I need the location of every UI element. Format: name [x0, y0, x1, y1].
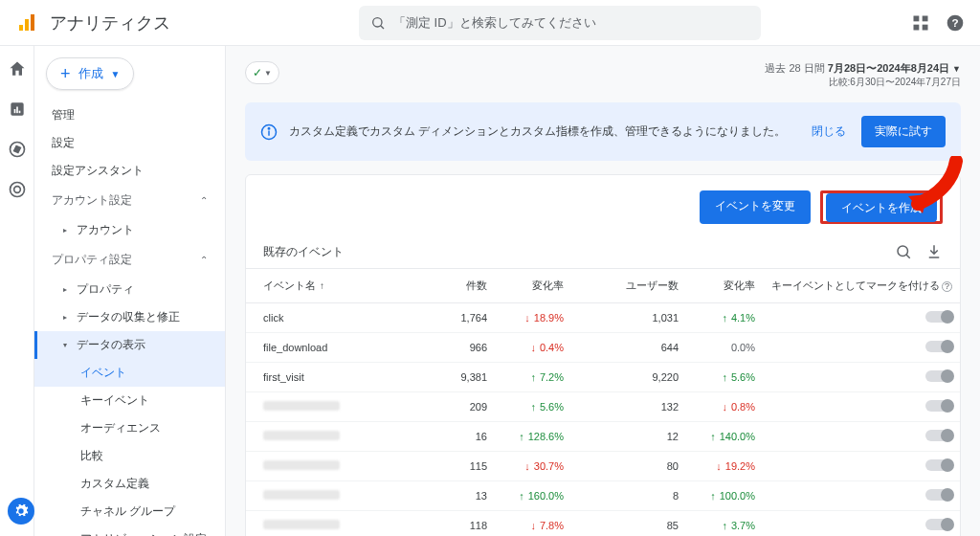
download-icon[interactable]: [925, 243, 943, 260]
create-button[interactable]: +作成▼: [46, 57, 134, 90]
svg-rect-13: [16, 107, 18, 114]
svg-line-22: [906, 255, 910, 258]
table-row[interactable]: 115↓30.7%80↓19.2%: [246, 452, 960, 481]
chevron-up-icon: ⌃: [200, 195, 208, 206]
sidebar-item-admin[interactable]: 管理: [34, 101, 225, 129]
gear-icon: [13, 503, 29, 519]
col-change2[interactable]: 変化率: [686, 269, 763, 303]
svg-point-3: [373, 17, 382, 26]
sidebar-item-property[interactable]: ▸プロパティ: [34, 276, 225, 303]
key-event-toggle[interactable]: [925, 430, 952, 441]
svg-rect-14: [18, 111, 20, 114]
key-event-toggle[interactable]: [925, 519, 952, 530]
banner-try-button[interactable]: 実際に試す: [861, 116, 946, 147]
col-event-name[interactable]: イベント名: [246, 269, 418, 303]
svg-rect-12: [13, 109, 15, 113]
key-event-toggle[interactable]: [925, 341, 952, 352]
sidebar-item-events[interactable]: イベント: [34, 359, 225, 387]
events-panel: イベントを変更 イベントを作成 既存のイベント イベント名 件数 変化率 ユーザ…: [245, 174, 961, 536]
svg-rect-5: [914, 15, 920, 21]
sidebar-item-channel-groups[interactable]: チャネル グループ: [34, 498, 225, 525]
sidebar-section-account[interactable]: アカウント設定⌃: [34, 185, 225, 216]
icon-rail: [0, 46, 34, 536]
svg-rect-1: [25, 19, 29, 31]
sidebar-item-comparisons[interactable]: 比較: [34, 442, 225, 470]
svg-point-17: [13, 187, 20, 193]
analytics-logo-icon: [15, 11, 38, 34]
create-event-button[interactable]: イベントを作成: [826, 193, 937, 222]
col-mark[interactable]: キーイベントとしてマークを付ける?: [763, 269, 960, 303]
table-row[interactable]: click1,764↓18.9%1,031↑4.1%: [246, 303, 960, 333]
sidebar-section-property[interactable]: プロパティ設定⌃: [34, 244, 225, 276]
sidebar: +作成▼ 管理 設定 設定アシスタント アカウント設定⌃ ▸アカウント プロパテ…: [34, 46, 226, 536]
table-row[interactable]: 13↑160.0%8↑100.0%: [246, 481, 960, 511]
search-icon[interactable]: [895, 243, 912, 260]
table-row[interactable]: first_visit9,381↑7.2%9,220↑5.6%: [246, 363, 960, 392]
sidebar-item-setup-assistant[interactable]: 設定アシスタント: [34, 157, 225, 185]
svg-rect-2: [31, 14, 34, 31]
apps-icon[interactable]: [911, 13, 930, 33]
sidebar-item-attribution[interactable]: アトリビューション設定: [34, 525, 225, 536]
modify-event-button[interactable]: イベントを変更: [700, 190, 811, 224]
svg-text:?: ?: [951, 16, 958, 29]
key-event-toggle[interactable]: [925, 459, 952, 471]
reports-icon[interactable]: [8, 100, 27, 119]
key-event-toggle[interactable]: [925, 400, 952, 412]
sidebar-item-key-events[interactable]: キーイベント: [34, 387, 225, 414]
svg-point-21: [898, 246, 908, 257]
panel-title: 既存のイベント: [263, 244, 881, 260]
status-chip[interactable]: ✓ ▼: [245, 61, 279, 84]
svg-point-20: [268, 127, 270, 129]
app-title: アナリティクス: [50, 11, 170, 34]
key-event-toggle[interactable]: [925, 370, 952, 382]
key-event-toggle[interactable]: [925, 311, 952, 323]
chevron-up-icon: ⌃: [200, 255, 208, 265]
sidebar-item-data-display[interactable]: ▾データの表示: [34, 331, 225, 359]
search-input[interactable]: 「測定 ID」と検索してみてください: [359, 6, 761, 40]
col-count[interactable]: 件数: [418, 269, 495, 303]
date-range-picker[interactable]: 過去 28 日間 7月28日〜2024年8月24日 ▼ 比較:6月30日〜202…: [765, 61, 961, 89]
svg-line-4: [381, 25, 384, 28]
sidebar-item-account[interactable]: ▸アカウント: [34, 216, 225, 244]
home-icon[interactable]: [8, 59, 27, 78]
col-users[interactable]: ユーザー数: [571, 269, 686, 303]
info-banner: カスタム定義でカスタム ディメンションとカスタム指標を作成、管理できるようになり…: [245, 102, 961, 161]
banner-close-link[interactable]: 閉じる: [812, 123, 846, 140]
sidebar-item-data-collection[interactable]: ▸データの収集と修正: [34, 303, 225, 331]
key-event-toggle[interactable]: [925, 489, 952, 501]
table-row[interactable]: 118↓7.8%85↑3.7%: [246, 511, 960, 537]
svg-rect-0: [19, 25, 23, 31]
sidebar-item-custom-defs[interactable]: カスタム定義: [34, 470, 225, 498]
events-table: イベント名 件数 変化率 ユーザー数 変化率 キーイベントとしてマークを付ける?…: [246, 269, 960, 536]
explore-icon[interactable]: [8, 140, 27, 159]
sidebar-item-settings[interactable]: 設定: [34, 129, 225, 157]
svg-rect-8: [923, 24, 928, 30]
help-icon[interactable]: ?: [946, 13, 965, 33]
settings-fab[interactable]: [8, 498, 34, 525]
table-row[interactable]: 209↑5.6%132↓0.8%: [246, 392, 960, 422]
sidebar-item-audiences[interactable]: オーディエンス: [34, 414, 225, 442]
advertising-icon[interactable]: [8, 180, 27, 199]
table-row[interactable]: 16↑128.6%12↑140.0%: [246, 422, 960, 452]
svg-rect-7: [914, 24, 920, 30]
search-icon: [370, 15, 386, 31]
svg-point-16: [10, 183, 24, 197]
table-row[interactable]: file_download966↓0.4%6440.0%: [246, 333, 960, 363]
col-change1[interactable]: 変化率: [495, 269, 571, 303]
info-icon: [260, 123, 278, 141]
svg-rect-6: [923, 15, 928, 21]
